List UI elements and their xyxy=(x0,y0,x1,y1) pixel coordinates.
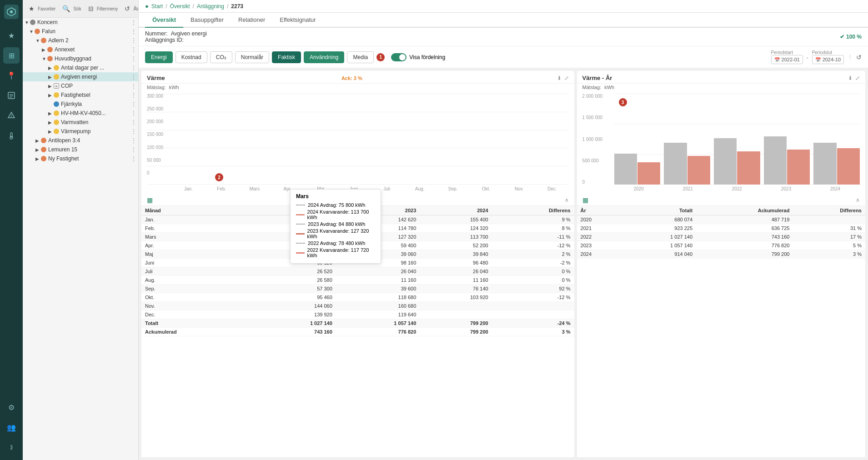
period-dash: - xyxy=(807,55,808,60)
tree-item-hv-hm-kv[interactable]: ▶ HV-HM-KV-4050... ⋮ xyxy=(23,109,138,118)
tree-item-antal-dagar[interactable]: ▶ Antal dagar per ... ⋮ xyxy=(23,63,138,72)
bar-2020-ackum xyxy=(637,162,660,185)
right-table-collapse-icon[interactable]: ∧ xyxy=(856,197,860,203)
tooltip-label-4: 2023 Kvarvarande: 127 320 kWh xyxy=(307,228,375,239)
users-nav-icon[interactable]: 👥 xyxy=(3,419,20,435)
search-toolbar-icon[interactable]: 🔍 xyxy=(61,4,71,14)
tab-relationer[interactable]: Relationer xyxy=(231,13,272,28)
tree-more-adlern2[interactable]: ⋮ xyxy=(131,37,136,44)
x-dec: Dec. xyxy=(536,186,569,191)
tree-more-huvudbyggnad[interactable]: ⋮ xyxy=(131,55,136,62)
period-more-icon[interactable]: ⋮ xyxy=(848,54,853,60)
tree-more-hv-hm-kv[interactable]: ⋮ xyxy=(131,110,136,116)
periodslut-input[interactable]: 📅 2024-10 xyxy=(812,55,844,64)
thermometer-nav-icon[interactable] xyxy=(3,127,20,144)
favoriter-nav-icon[interactable]: ★ xyxy=(3,27,20,44)
expand-icon-left[interactable]: ⤢ xyxy=(564,75,569,81)
periodstart-input[interactable]: 📅 2022-01 xyxy=(771,55,803,64)
left-table-collapse-icon[interactable]: ∧ xyxy=(565,197,569,203)
expand-antilopen-icon: ▶ xyxy=(35,138,40,143)
btn-normalaar[interactable]: Normalår xyxy=(235,51,269,63)
tree-more-lemuren[interactable]: ⋮ xyxy=(131,146,136,153)
tree-label-hv-hm-kv: HV-HM-KV-4050... xyxy=(61,110,130,116)
breadcrumb-start[interactable]: Start xyxy=(151,3,163,10)
tree-item-annexet[interactable]: ▶ Annexet ⋮ xyxy=(23,45,138,54)
matslag-label-left: Mätslag: xyxy=(147,85,166,90)
cell-diff-3: -12 % xyxy=(492,241,574,250)
app-logo xyxy=(4,5,19,19)
btn-energi[interactable]: Energi xyxy=(145,51,173,63)
tree-item-cop[interactable]: ▶ × COP ⋮ xyxy=(23,81,138,90)
expand-icon-right[interactable]: ⤢ xyxy=(855,75,860,81)
tree-item-varmvatten[interactable]: ▶ Varmvatten ⋮ xyxy=(23,118,138,127)
breadcrumb-oversikt-link[interactable]: Översikt xyxy=(170,3,190,10)
bar-group-2023 xyxy=(764,94,810,185)
tree-item-falun[interactable]: ▼ Falun ⋮ xyxy=(23,27,138,36)
btn-co2[interactable]: CO₂ xyxy=(210,51,232,63)
btn-media[interactable]: Media xyxy=(347,51,374,63)
reset-toolbar-icon[interactable]: ↺ xyxy=(123,4,131,14)
expand-avgiven-energi-icon: ▶ xyxy=(48,75,53,80)
tree-more-varmepump[interactable]: ⋮ xyxy=(131,128,136,135)
dashboard-nav-icon[interactable]: ⊞ xyxy=(3,47,20,64)
refresh-icon[interactable]: ↺ xyxy=(856,54,862,61)
download-icon-right[interactable]: ⬇ xyxy=(848,75,853,81)
alerts-nav-icon[interactable] xyxy=(3,107,20,124)
settings-nav-icon[interactable]: ⚙ xyxy=(3,399,20,415)
tree-more-cop[interactable]: ⋮ xyxy=(131,83,136,89)
tab-effektsignatur[interactable]: Effektsignatur xyxy=(272,13,323,28)
tree-item-adlern2[interactable]: ▼ Adlern 2 ⋮ xyxy=(23,36,138,45)
right-table-scroll[interactable]: År Totalt Ackumulerad Differens 2020 680… xyxy=(577,206,865,457)
x-aug: Aug. xyxy=(403,186,437,191)
tree-dot-huvudbyggnad xyxy=(47,56,53,61)
tree-more-fjarrkyla[interactable]: ⋮ xyxy=(131,101,136,107)
tree-more-avgiven-energi[interactable]: ⋮ xyxy=(131,74,136,80)
download-icon-left[interactable]: ⬇ xyxy=(557,75,562,81)
tree-item-huvudbyggnad[interactable]: ▼ Huvudbyggnad ⋮ xyxy=(23,54,138,63)
tree-more-varmvatten[interactable]: ⋮ xyxy=(131,119,136,125)
left-table-icon: ▦ xyxy=(147,196,153,204)
tree-more-ny-fastighet[interactable]: ⋮ xyxy=(131,155,136,162)
tab-basuppgifter[interactable]: Basuppgifter xyxy=(183,13,231,28)
favoriter-label: Favoriter xyxy=(38,6,55,11)
bar-2021-total xyxy=(664,143,687,185)
tree-more-falun[interactable]: ⋮ xyxy=(131,28,136,35)
expand-nav-icon[interactable]: ⟫ xyxy=(3,439,20,455)
tree-item-fjarrkyla[interactable]: Fjärrkyla ⋮ xyxy=(23,100,138,109)
tree-more-koncern[interactable]: ⋮ xyxy=(131,19,136,25)
btn-faktisk[interactable]: Faktisk xyxy=(272,51,301,63)
tree-more-annexet[interactable]: ⋮ xyxy=(131,46,136,53)
location-nav-icon[interactable]: 📍 xyxy=(3,67,20,84)
expand-lemuren-icon: ▶ xyxy=(35,147,40,152)
x-feb: Feb. xyxy=(205,186,238,191)
bar-group-2021 xyxy=(664,94,710,185)
cell-2022-8: 57 300 xyxy=(252,285,336,293)
visa-fordelning-toggle[interactable] xyxy=(391,53,406,61)
tree-item-ny-fastighet[interactable]: ▶ Ny Fastighet ⋮ xyxy=(23,154,138,163)
tree-more-antilopen[interactable]: ⋮ xyxy=(131,137,136,144)
tree-more-antal-dagar[interactable]: ⋮ xyxy=(131,65,136,71)
tree-item-lemuren[interactable]: ▶ Lemuren 15 ⋮ xyxy=(23,145,138,154)
cell-month-0: Jan. xyxy=(141,215,252,224)
tree-item-koncern[interactable]: ▼ Koncern ⋮ xyxy=(23,18,138,27)
periodstart-group: Periodstart 📅 2022-01 xyxy=(771,50,803,64)
tree-item-antilopen[interactable]: ▶ Antilopen 3:4 ⋮ xyxy=(23,136,138,145)
tooltip-line-2 xyxy=(296,214,305,215)
tree-more-fastighetsel[interactable]: ⋮ xyxy=(131,92,136,98)
tree-item-fastighetsel[interactable]: ▶ Fastighetsel ⋮ xyxy=(23,90,138,100)
btn-kostnad[interactable]: Kostnad xyxy=(176,51,207,63)
left-table-row: Juli 26 520 26 040 26 040 0 % xyxy=(141,267,574,276)
th-manad: Månad xyxy=(141,206,252,215)
favorites-toolbar-icon[interactable]: ★ xyxy=(27,4,36,14)
badge-1: 1 xyxy=(376,53,385,61)
filter-toolbar-icon[interactable]: ⊟ xyxy=(87,4,95,14)
nummer-label: Nummer: xyxy=(145,30,167,37)
rcell-total-0: 680 074 xyxy=(622,215,696,224)
tab-oversikt[interactable]: Översikt xyxy=(145,13,183,28)
rx-2024: 2024 xyxy=(811,186,860,191)
btn-anvandning[interactable]: Användning xyxy=(304,51,344,63)
reports-nav-icon[interactable] xyxy=(3,87,20,104)
tree-item-avgiven-energi[interactable]: ▶ Avgiven energi ⋮ xyxy=(23,72,138,81)
breadcrumb-anlaggning-link[interactable]: Anläggning xyxy=(197,3,224,10)
tree-item-varmepump[interactable]: ▶ Värmepump ⋮ xyxy=(23,127,138,136)
